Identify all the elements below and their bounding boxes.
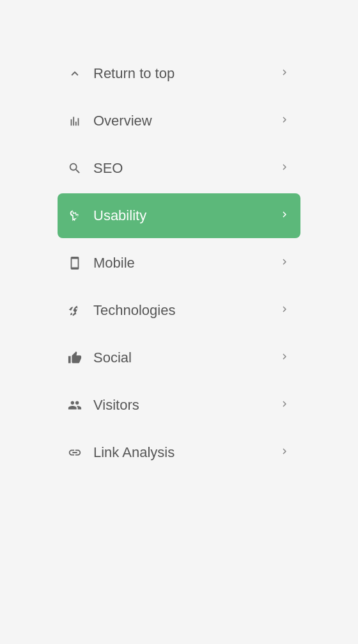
menu-item-label: Overview bbox=[93, 113, 279, 129]
menu-item-return-to-top[interactable]: Return to top bbox=[58, 51, 300, 96]
chevron-right-icon bbox=[279, 398, 290, 412]
menu-item-visitors[interactable]: Visitors bbox=[58, 383, 300, 428]
bar-chart-icon bbox=[68, 114, 91, 128]
menu-item-label: Usability bbox=[93, 207, 279, 224]
link-icon bbox=[68, 446, 91, 460]
menu-item-seo[interactable]: SEO bbox=[58, 146, 300, 191]
search-icon bbox=[68, 161, 91, 175]
menu-item-label: Mobile bbox=[93, 255, 279, 271]
rocket-icon bbox=[68, 303, 91, 318]
menu-item-link-analysis[interactable]: Link Analysis bbox=[58, 430, 300, 475]
menu-item-label: Technologies bbox=[93, 302, 279, 319]
menu-item-label: Link Analysis bbox=[93, 444, 279, 461]
chevron-right-icon bbox=[279, 256, 290, 270]
menu-item-social[interactable]: Social bbox=[58, 335, 300, 380]
menu-item-label: Social bbox=[93, 350, 279, 366]
chevron-right-icon bbox=[279, 351, 290, 365]
menu-item-label: SEO bbox=[93, 160, 279, 177]
navigation-menu: Return to top Overview SEO bbox=[58, 51, 300, 478]
menu-item-mobile[interactable]: Mobile bbox=[58, 241, 300, 286]
users-icon bbox=[68, 398, 91, 412]
menu-item-usability[interactable]: Usability bbox=[58, 193, 300, 238]
mobile-icon bbox=[68, 256, 91, 270]
chevron-right-icon bbox=[279, 67, 290, 81]
chevron-right-icon bbox=[279, 446, 290, 460]
chevron-right-icon bbox=[279, 209, 290, 223]
chevron-right-icon bbox=[279, 303, 290, 318]
menu-item-technologies[interactable]: Technologies bbox=[58, 288, 300, 333]
menu-item-overview[interactable]: Overview bbox=[58, 99, 300, 143]
chevron-right-icon bbox=[279, 161, 290, 175]
menu-item-label: Return to top bbox=[93, 65, 279, 82]
thumbs-up-icon bbox=[68, 351, 91, 365]
cursor-icon bbox=[68, 209, 91, 223]
menu-item-label: Visitors bbox=[93, 397, 279, 414]
chevron-up-icon bbox=[68, 67, 91, 81]
chevron-right-icon bbox=[279, 114, 290, 128]
